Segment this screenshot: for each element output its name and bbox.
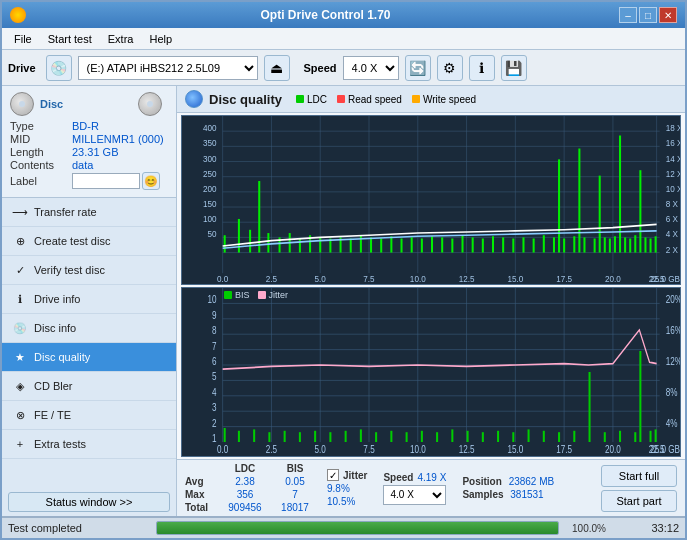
status-window-button[interactable]: Status window >> — [8, 492, 170, 512]
minimize-button[interactable]: – — [619, 7, 637, 23]
action-buttons: Start full Start part — [601, 465, 677, 512]
svg-rect-145 — [224, 428, 226, 442]
window-controls: – □ ✕ — [619, 7, 677, 23]
ldc-header: LDC — [221, 463, 269, 474]
svg-rect-163 — [497, 431, 499, 442]
menu-help[interactable]: Help — [141, 31, 180, 47]
drive-select[interactable]: (E:) ATAPI iHBS212 2.5L09 — [78, 56, 258, 80]
svg-rect-97 — [650, 238, 652, 252]
sidebar-item-transfer-rate[interactable]: ⟶ Transfer rate — [2, 198, 176, 227]
disc-label-input[interactable] — [72, 173, 140, 189]
menu-start-test[interactable]: Start test — [40, 31, 100, 47]
svg-rect-62 — [370, 237, 372, 252]
content-area: Disc quality LDC Read speed Write speed — [177, 86, 685, 516]
svg-rect-89 — [609, 238, 611, 252]
svg-rect-173 — [639, 351, 641, 442]
sidebar-item-fe-te[interactable]: ⊗ FE / TE — [2, 401, 176, 430]
svg-rect-152 — [329, 432, 331, 442]
svg-rect-151 — [314, 431, 316, 442]
config-button[interactable]: ⚙ — [437, 55, 463, 81]
sidebar-item-label: Disc quality — [34, 351, 90, 363]
svg-text:17.5: 17.5 — [556, 443, 572, 456]
sidebar-item-verify-test-disc[interactable]: ✓ Verify test disc — [2, 256, 176, 285]
svg-rect-84 — [578, 149, 580, 253]
svg-text:5: 5 — [212, 370, 217, 383]
svg-text:200: 200 — [203, 184, 217, 194]
svg-rect-81 — [558, 159, 560, 252]
start-full-button[interactable]: Start full — [601, 465, 677, 487]
svg-rect-91 — [619, 136, 621, 253]
svg-rect-170 — [604, 432, 606, 442]
sidebar-item-drive-info[interactable]: ℹ Drive info — [2, 285, 176, 314]
svg-text:300: 300 — [203, 153, 217, 163]
sidebar-item-label: Drive info — [34, 293, 80, 305]
sidebar-item-disc-quality[interactable]: ★ Disc quality — [2, 343, 176, 372]
mid-label: MID — [10, 133, 72, 145]
svg-rect-78 — [533, 238, 535, 252]
svg-rect-80 — [553, 237, 555, 252]
svg-text:6: 6 — [212, 355, 217, 368]
verify-test-disc-icon: ✓ — [12, 262, 28, 278]
disc-quality-icon: ★ — [12, 349, 28, 365]
length-label: Length — [10, 146, 72, 158]
ldc-chart-svg: 400 350 300 250 200 150 100 50 18 X 16 X… — [182, 116, 680, 284]
speed-stat-label: Speed — [383, 472, 413, 483]
svg-rect-65 — [401, 238, 403, 252]
cd-bler-icon: ◈ — [12, 378, 28, 394]
menu-file[interactable]: File — [6, 31, 40, 47]
speed-select[interactable]: 4.0 X — [343, 56, 399, 80]
svg-text:8 X: 8 X — [666, 199, 679, 209]
info-button[interactable]: ℹ — [469, 55, 495, 81]
svg-text:25.0 GB: 25.0 GB — [650, 443, 680, 456]
fe-te-icon: ⊗ — [12, 407, 28, 423]
sidebar-item-label: Extra tests — [34, 438, 86, 450]
label-icon-btn[interactable]: 😊 — [142, 172, 160, 190]
progress-bar — [156, 521, 559, 535]
svg-rect-155 — [375, 432, 377, 442]
position-value: 23862 MB — [509, 476, 555, 487]
svg-rect-68 — [431, 236, 433, 252]
type-label: Type — [10, 120, 72, 132]
sidebar-item-label: Disc info — [34, 322, 76, 334]
total-ldc: 909456 — [221, 502, 269, 513]
create-test-disc-icon: ⊕ — [12, 233, 28, 249]
svg-rect-76 — [512, 238, 514, 252]
menu-extra[interactable]: Extra — [100, 31, 142, 47]
refresh-button[interactable]: 🔄 — [405, 55, 431, 81]
position-label: Position — [462, 476, 501, 487]
speed-stat-select[interactable]: 4.0 X — [383, 485, 446, 505]
svg-text:3: 3 — [212, 401, 217, 414]
contents-label: Contents — [10, 159, 72, 171]
jitter-checkbox[interactable]: ✓ — [327, 469, 339, 481]
svg-rect-153 — [345, 431, 347, 442]
max-label: Max — [185, 489, 215, 500]
sidebar-item-create-test-disc[interactable]: ⊕ Create test disc — [2, 227, 176, 256]
contents-value: data — [72, 159, 93, 171]
svg-rect-52 — [267, 233, 269, 253]
svg-rect-175 — [655, 429, 657, 442]
drive-icon-btn[interactable]: 💿 — [46, 55, 72, 81]
svg-text:16%: 16% — [666, 324, 680, 337]
svg-rect-55 — [299, 238, 301, 252]
svg-text:7: 7 — [212, 339, 217, 352]
maximize-button[interactable]: □ — [639, 7, 657, 23]
sidebar-item-disc-info[interactable]: 💿 Disc info — [2, 314, 176, 343]
eject-button[interactable]: ⏏ — [264, 55, 290, 81]
svg-rect-85 — [583, 237, 585, 252]
close-button[interactable]: ✕ — [659, 7, 677, 23]
svg-text:12 X: 12 X — [666, 168, 680, 178]
svg-text:2.5: 2.5 — [266, 443, 278, 456]
svg-rect-69 — [441, 237, 443, 252]
sidebar-item-label: Create test disc — [34, 235, 110, 247]
sidebar-item-extra-tests[interactable]: + Extra tests — [2, 430, 176, 459]
save-button[interactable]: 💾 — [501, 55, 527, 81]
toolbar: Drive 💿 (E:) ATAPI iHBS212 2.5L09 ⏏ Spee… — [2, 50, 685, 86]
type-value: BD-R — [72, 120, 99, 132]
svg-text:17.5: 17.5 — [556, 274, 572, 284]
svg-rect-74 — [492, 236, 494, 252]
svg-text:12.5: 12.5 — [459, 443, 475, 456]
svg-rect-70 — [451, 238, 453, 252]
start-part-button[interactable]: Start part — [601, 490, 677, 512]
sidebar-item-cd-bler[interactable]: ◈ CD Bler — [2, 372, 176, 401]
svg-rect-66 — [411, 237, 413, 252]
